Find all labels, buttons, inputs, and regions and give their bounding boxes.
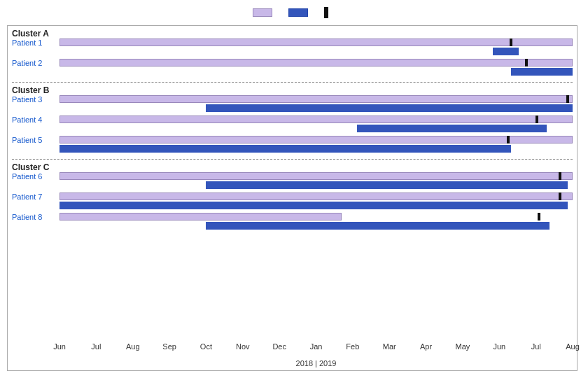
- xaxis-month-Jun-12: Jun: [493, 342, 505, 351]
- xaxis-month-Nov-5: Nov: [236, 342, 250, 351]
- bars-col: [59, 115, 573, 132]
- nicotine-bar-row: [59, 213, 573, 220]
- illness-marker-nicotine: [538, 213, 540, 220]
- nicotine-bar-row: [59, 172, 573, 180]
- thc-bar-row: [59, 104, 573, 112]
- patient-label: Patient 6: [12, 172, 59, 182]
- xaxis-month-Oct-4: Oct: [200, 342, 212, 351]
- xaxis-month-Aug-14: Aug: [566, 342, 580, 351]
- xaxis-month-Jul-1: Jul: [91, 342, 101, 351]
- patient-label: Patient 7: [12, 192, 59, 202]
- bars-col: [59, 59, 573, 76]
- bars-col: [59, 38, 573, 55]
- illness-marker-nicotine: [566, 95, 569, 103]
- illness-marker-nicotine: [525, 59, 528, 66]
- cluster-label-B: Cluster B: [12, 85, 59, 95]
- cluster-label-C: Cluster C: [12, 162, 59, 172]
- xaxis-year-label: 2018 | 2019: [59, 359, 573, 368]
- nicotine-bar: [59, 213, 342, 220]
- nicotine-bar-row: [59, 115, 573, 123]
- bars-col: [59, 192, 573, 209]
- nicotine-bar: [59, 115, 573, 123]
- legend-illness-box: [324, 7, 328, 18]
- chart-container: Cluster APatient 1Patient 2Cluster BPati…: [0, 0, 588, 378]
- xaxis-spacer: [12, 342, 59, 368]
- cluster-separator: [12, 159, 573, 160]
- thc-bar: [59, 202, 568, 209]
- illness-marker-nicotine: [507, 136, 510, 144]
- thc-bar: [511, 68, 573, 76]
- legend-nicotine-box: [253, 8, 272, 17]
- chart-border: Cluster APatient 1Patient 2Cluster BPati…: [7, 25, 578, 371]
- xaxis-labels: JunJulAugSepOctNovDecJanFebMarAprMayJunJ…: [59, 342, 573, 368]
- nicotine-bar: [59, 95, 573, 103]
- legend-illness: [324, 7, 332, 18]
- illness-marker-nicotine: [559, 172, 561, 180]
- thc-bar-row: [59, 125, 573, 132]
- bars-col: [59, 95, 573, 112]
- thc-bar: [59, 145, 511, 153]
- thc-bar-row: [59, 202, 573, 209]
- cluster-header-A: Cluster A: [12, 29, 573, 38]
- patient-label: Patient 2: [12, 59, 59, 69]
- thc-bar: [206, 104, 573, 112]
- illness-marker-nicotine: [536, 115, 538, 123]
- nicotine-bar: [59, 172, 573, 180]
- chart-rows: Cluster APatient 1Patient 2Cluster BPati…: [12, 29, 573, 340]
- cluster-header-B: Cluster B: [12, 85, 573, 95]
- nicotine-bar: [59, 59, 573, 66]
- thc-bar: [206, 222, 550, 230]
- xaxis-month-Jun-0: Jun: [53, 342, 66, 351]
- cluster-label-A: Cluster A: [12, 29, 59, 38]
- xaxis-month-May-11: May: [456, 342, 470, 351]
- legend-thc: [288, 8, 312, 17]
- xaxis-area: JunJulAugSepOctNovDecJanFebMarAprMayJunJ…: [12, 342, 573, 368]
- thc-bar: [206, 181, 568, 189]
- thc-bar-row: [59, 145, 573, 153]
- xaxis-month-Apr-10: Apr: [420, 342, 432, 351]
- nicotine-bar-row: [59, 95, 573, 103]
- cluster-header-C: Cluster C: [12, 162, 573, 172]
- thc-bar-row: [59, 181, 573, 189]
- patient-row-C-2: Patient 7: [12, 192, 573, 209]
- nicotine-bar-row: [59, 38, 573, 46]
- bars-col: [59, 172, 573, 189]
- thc-bar-row: [59, 222, 573, 230]
- thc-bar-row: [59, 48, 573, 55]
- bars-col: [59, 136, 573, 153]
- nicotine-bar-row: [59, 136, 573, 144]
- legend: [7, 7, 578, 18]
- illness-marker-nicotine: [559, 192, 561, 200]
- thc-bar-row: [59, 68, 573, 76]
- thc-bar: [493, 48, 519, 55]
- patient-label: Patient 8: [12, 213, 59, 223]
- cluster-separator: [12, 82, 573, 83]
- nicotine-bar: [59, 136, 573, 144]
- xaxis-month-Sep-3: Sep: [162, 342, 176, 351]
- patient-row-C-3: Patient 8: [12, 213, 573, 230]
- xaxis-month-Jul-13: Jul: [531, 342, 541, 351]
- nicotine-bar: [59, 192, 573, 200]
- nicotine-bar-row: [59, 59, 573, 66]
- xaxis-month-Mar-9: Mar: [383, 342, 396, 351]
- xaxis-month-Feb-8: Feb: [346, 342, 359, 351]
- xaxis-month-Aug-2: Aug: [126, 342, 140, 351]
- nicotine-bar: [59, 38, 573, 46]
- patient-label: Patient 3: [12, 95, 59, 105]
- nicotine-bar-row: [59, 192, 573, 200]
- patient-label: Patient 4: [12, 115, 59, 125]
- patient-label: Patient 5: [12, 136, 59, 146]
- legend-thc-box: [288, 8, 308, 17]
- legend-nicotine: [253, 8, 276, 17]
- patient-row-A-1: Patient 1: [12, 38, 573, 55]
- patient-row-C-1: Patient 6: [12, 172, 573, 189]
- xaxis-month-Dec-6: Dec: [272, 342, 286, 351]
- patient-row-A-2: Patient 2: [12, 59, 573, 76]
- patient-row-B-1: Patient 3: [12, 95, 573, 112]
- xaxis-month-Jan-7: Jan: [310, 342, 323, 351]
- bars-col: [59, 213, 573, 230]
- patient-row-B-2: Patient 4: [12, 115, 573, 132]
- patient-row-B-3: Patient 5: [12, 136, 573, 153]
- thc-bar: [357, 125, 547, 132]
- illness-marker-nicotine: [510, 38, 512, 46]
